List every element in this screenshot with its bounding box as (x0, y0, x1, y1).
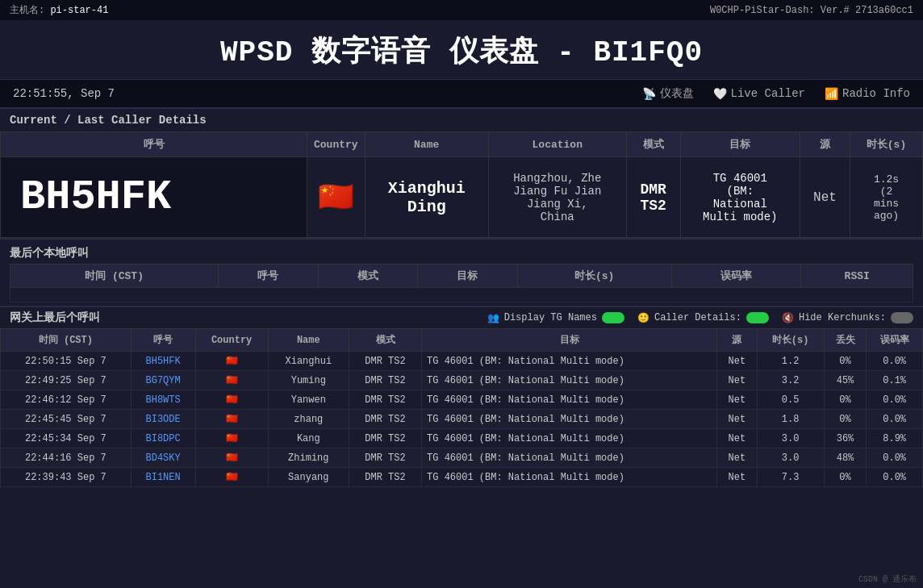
gw-loss-5: 48% (824, 448, 867, 468)
gw-flag-4: 🇨🇳 (195, 429, 268, 448)
top-bar: 主机名: pi-star-41 W0CHP-PiStar-Dash: Ver.#… (0, 0, 923, 20)
gw-time-4: 22:45:34 Sep 7 (1, 429, 132, 448)
nav-dashboard[interactable]: 📡 仪表盘 (642, 86, 694, 101)
gateway-section: 网关上最后个呼叫 👥 Display TG Names 🙂 Caller Det… (0, 306, 923, 487)
current-source: Net (800, 157, 850, 238)
local-table: 时间 (CST) 呼号 模式 目标 时长(s) 误码率 RSSI (10, 264, 913, 302)
gw-ber-3: 0.0% (867, 410, 923, 429)
nav-radio-info[interactable]: 📶 Radio Info (825, 87, 910, 101)
local-col-time: 时间 (CST) (10, 265, 219, 288)
gw-loss-4: 36% (824, 429, 867, 448)
gw-callsign-4[interactable]: BI8DPC (131, 429, 195, 448)
gw-callsign-5[interactable]: BD4SKY (131, 448, 195, 468)
nav-live-caller[interactable]: 🤍 Live Caller (713, 87, 805, 101)
gw-ber-1: 0.1% (867, 371, 923, 390)
gw-callsign-2[interactable]: BH8WTS (131, 390, 195, 410)
caller-table: 呼号 Country Name Location 模式 目标 源 时长(s) B… (0, 131, 923, 238)
gw-source-1: Net (717, 371, 757, 390)
gw-name-1: Yuming (268, 371, 349, 390)
version-label: W0CHP-PiStar-Dash: Ver.# 2713a60cc1 (710, 5, 913, 16)
gw-ber-5: 0.0% (867, 448, 923, 468)
caller-details-icon: 🙂 (637, 312, 649, 324)
col-target: 目标 (680, 132, 800, 157)
gw-callsign-3[interactable]: BI3ODE (131, 410, 195, 429)
gw-name-5: Zhiming (268, 448, 349, 468)
gw-loss-2: 0% (824, 390, 867, 410)
gw-flag-0: 🇨🇳 (195, 352, 268, 371)
gw-source-3: Net (717, 410, 757, 429)
current-location: Hangzhou, ZheJiang Fu JianJiang Xi,China (488, 157, 626, 238)
col-callsign: 呼号 (1, 132, 307, 157)
gw-source-0: Net (717, 352, 757, 371)
gw-source-2: Net (717, 390, 757, 410)
gateway-controls: 👥 Display TG Names 🙂 Caller Details: 🔇 H… (487, 312, 913, 324)
gw-loss-1: 45% (824, 371, 867, 390)
gw-time-2: 22:46:12 Sep 7 (1, 390, 132, 410)
nav-bar: 22:51:55, Sep 7 📡 仪表盘 🤍 Live Caller 📶 Ra… (0, 80, 923, 108)
gw-target-5: TG 46001 (BM: National Multi mode) (422, 448, 717, 468)
current-caller-row: BH5HFK 🇨🇳 XianghuiDing Hangzhou, ZheJian… (1, 157, 923, 238)
local-header-row: 时间 (CST) 呼号 模式 目标 时长(s) 误码率 RSSI (10, 265, 913, 288)
gateway-header: 网关上最后个呼叫 👥 Display TG Names 🙂 Caller Det… (0, 306, 923, 328)
gw-source-4: Net (717, 429, 757, 448)
current-mode: DMRTS2 (626, 157, 680, 238)
current-flag: 🇨🇳 (307, 157, 365, 238)
gw-mode-6: DMR TS2 (349, 468, 421, 487)
current-name: XianghuiDing (365, 157, 488, 238)
display-tg-toggle-group[interactable]: 👥 Display TG Names (487, 312, 624, 324)
gateway-table: 时间 (CST) 呼号 Country Name 模式 目标 源 时长(s) 丢… (0, 328, 923, 487)
gw-name-0: Xianghui (268, 352, 349, 371)
gw-flag-6: 🇨🇳 (195, 468, 268, 487)
gw-col-source: 源 (717, 329, 757, 352)
col-source: 源 (800, 132, 850, 157)
gw-flag-5: 🇨🇳 (195, 448, 268, 468)
caller-section-title: Current / Last Caller Details (0, 108, 923, 131)
display-tg-label: Display TG Names (504, 312, 597, 323)
local-col-rssi: RSSI (801, 265, 913, 288)
gw-name-6: Sanyang (268, 468, 349, 487)
col-mode: 模式 (626, 132, 680, 157)
caller-header-row: 呼号 Country Name Location 模式 目标 源 时长(s) (1, 132, 923, 157)
live-caller-icon: 🤍 (713, 87, 727, 101)
hide-kerchunks-label: Hide Kerchunks: (799, 312, 886, 323)
gw-col-name: Name (268, 329, 349, 352)
gw-target-1: TG 46001 (BM: National Multi mode) (422, 371, 717, 390)
gw-mode-3: DMR TS2 (349, 410, 421, 429)
page-header: WPSD 数字语音 仪表盘 - BI1FQ0 (0, 20, 923, 80)
gw-loss-3: 0% (824, 410, 867, 429)
gw-loss-6: 0% (824, 468, 867, 487)
gw-flag-1: 🇨🇳 (195, 371, 268, 390)
gw-callsign-0[interactable]: BH5HFK (131, 352, 195, 371)
gw-callsign-1[interactable]: BG7QYM (131, 371, 195, 390)
gw-callsign-6[interactable]: BI1NEN (131, 468, 195, 487)
gw-duration-3: 1.8 (757, 410, 824, 429)
caller-details-toggle-group[interactable]: 🙂 Caller Details: (637, 312, 769, 324)
gw-col-target: 目标 (422, 329, 717, 352)
gw-target-4: TG 46001 (BM: National Multi mode) (422, 429, 717, 448)
gateway-row-5: 22:44:16 Sep 7 BD4SKY 🇨🇳 Zhiming DMR TS2… (1, 448, 923, 468)
gw-duration-6: 7.3 (757, 468, 824, 487)
gw-mode-2: DMR TS2 (349, 390, 421, 410)
hide-kerchunks-toggle-group[interactable]: 🔇 Hide Kerchunks: (782, 312, 913, 324)
gw-duration-1: 3.2 (757, 371, 824, 390)
gw-target-2: TG 46001 (BM: National Multi mode) (422, 390, 717, 410)
col-country: Country (307, 132, 365, 157)
gw-time-6: 22:39:43 Sep 7 (1, 468, 132, 487)
gw-duration-4: 3.0 (757, 429, 824, 448)
display-tg-toggle[interactable] (602, 312, 624, 323)
local-col-ber: 误码率 (671, 265, 801, 288)
gateway-row-6: 22:39:43 Sep 7 BI1NEN 🇨🇳 Sanyang DMR TS2… (1, 468, 923, 487)
gw-time-0: 22:50:15 Sep 7 (1, 352, 132, 371)
gw-col-duration: 时长(s) (757, 329, 824, 352)
hostname-label: 主机名: pi-star-41 (10, 3, 108, 17)
current-target: TG 46001(BM:NationalMulti mode) (680, 157, 800, 238)
gw-col-country: Country (195, 329, 268, 352)
gw-flag-2: 🇨🇳 (195, 390, 268, 410)
col-location: Location (488, 132, 626, 157)
gw-ber-0: 0.0% (867, 352, 923, 371)
flag-icon: 🇨🇳 (318, 182, 354, 215)
current-time: 22:51:55, Sep 7 (13, 87, 115, 100)
caller-details-toggle[interactable] (746, 312, 769, 323)
hide-kerchunks-toggle[interactable] (891, 312, 913, 323)
gateway-row-3: 22:45:45 Sep 7 BI3ODE 🇨🇳 zhang DMR TS2 T… (1, 410, 923, 429)
